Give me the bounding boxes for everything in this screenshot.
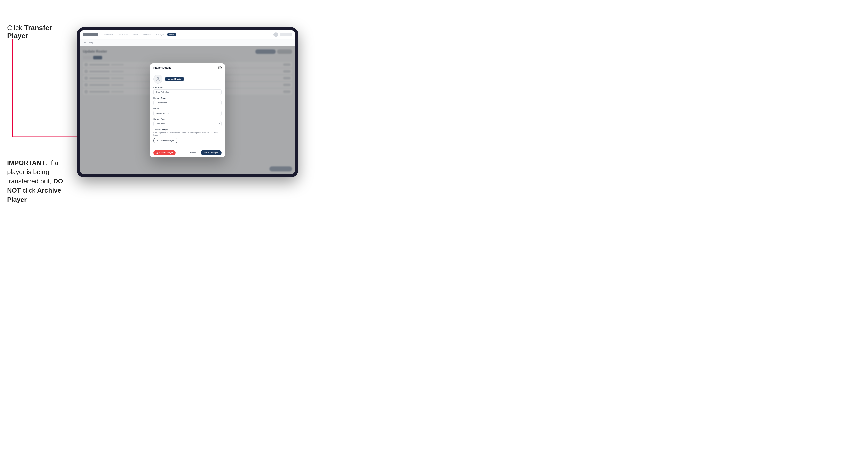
display-name-input[interactable] bbox=[153, 100, 222, 105]
main-content: Update Roster bbox=[80, 46, 295, 175]
email-input[interactable] bbox=[153, 111, 222, 116]
instruction-line1: Click Transfer Player bbox=[7, 24, 72, 40]
modal-body: Upload Photo Full Name Display Name bbox=[150, 72, 225, 148]
upload-photo-button[interactable]: Upload Photo bbox=[165, 77, 184, 82]
sub-header: Dashboard (11) bbox=[80, 39, 295, 46]
transfer-player-section: Transfer Player If this player has moved… bbox=[153, 128, 222, 144]
instruction-prefix: Click bbox=[7, 24, 24, 32]
nav-tournaments[interactable]: Tournaments bbox=[116, 33, 130, 36]
email-label: Email bbox=[153, 107, 222, 110]
save-changes-button[interactable]: Save Changes bbox=[201, 150, 222, 155]
full-name-label: Full Name bbox=[153, 86, 222, 89]
nav-teams[interactable]: Teams bbox=[131, 33, 140, 36]
school-year-group: School Year First Year Second Year Third… bbox=[153, 118, 222, 126]
school-year-select-wrapper: First Year Second Year Third Year Fourth… bbox=[153, 121, 222, 126]
tablet-frame: Dashboard Tournaments Teams Schedule Use… bbox=[77, 27, 298, 178]
avatar-placeholder bbox=[153, 75, 162, 84]
header-right bbox=[274, 32, 292, 37]
photo-section: Upload Photo bbox=[153, 75, 222, 84]
nav-roster[interactable]: Roster bbox=[167, 33, 177, 36]
app-header: Dashboard Tournaments Teams Schedule Use… bbox=[80, 30, 295, 39]
nav-schedule[interactable]: Schedule bbox=[141, 33, 152, 36]
svg-point-3 bbox=[157, 77, 159, 79]
upload-photo-label: Upload Photo bbox=[168, 78, 181, 80]
email-group: Email bbox=[153, 107, 222, 116]
display-name-label: Display Name bbox=[153, 97, 222, 99]
school-year-label: School Year bbox=[153, 118, 222, 120]
header-add-btn[interactable] bbox=[280, 33, 292, 36]
modal-header: Player Details × bbox=[150, 63, 225, 72]
header-avatar bbox=[274, 32, 278, 37]
archive-player-button[interactable]: ⬚ Archive Player bbox=[153, 150, 176, 155]
display-name-group: Display Name bbox=[153, 97, 222, 105]
modal-overlay: Player Details × bbox=[80, 46, 295, 175]
full-name-input[interactable] bbox=[153, 90, 222, 95]
content-area: Update Roster bbox=[80, 46, 295, 175]
close-icon: × bbox=[219, 66, 221, 69]
modal-close-button[interactable]: × bbox=[218, 66, 222, 69]
app-logo bbox=[83, 33, 98, 36]
school-year-select[interactable]: First Year Second Year Third Year Fourth… bbox=[153, 121, 222, 126]
modal-footer: ⬚ Archive Player Cancel Save Changes bbox=[150, 148, 225, 157]
player-details-modal: Player Details × bbox=[150, 63, 225, 158]
cancel-button[interactable]: Cancel bbox=[187, 150, 199, 155]
full-name-group: Full Name bbox=[153, 86, 222, 95]
instruction-area: Click Transfer Player bbox=[7, 24, 72, 40]
transfer-btn-label: Transfer Player bbox=[160, 139, 174, 142]
nav-user-mgmt[interactable]: User Mgmt bbox=[154, 33, 166, 36]
transfer-section-desc: If this player has moved to another scho… bbox=[153, 131, 222, 136]
transfer-player-button[interactable]: ⟳ Transfer Player bbox=[153, 138, 178, 143]
archive-btn-label: Archive Player bbox=[159, 152, 173, 154]
breadcrumb: Dashboard (11) bbox=[83, 42, 95, 43]
nav-pills: Dashboard Tournaments Teams Schedule Use… bbox=[102, 33, 176, 36]
bottom-instruction: IMPORTANT: If a player is being transfer… bbox=[7, 158, 75, 204]
modal-title: Player Details bbox=[153, 66, 172, 69]
important-label: IMPORTANT bbox=[7, 159, 45, 167]
transfer-section-label: Transfer Player bbox=[153, 128, 222, 131]
transfer-icon: ⟳ bbox=[157, 139, 158, 142]
bottom-text2: click bbox=[21, 187, 37, 194]
tablet-screen: Dashboard Tournaments Teams Schedule Use… bbox=[80, 30, 295, 175]
nav-dashboard[interactable]: Dashboard bbox=[102, 33, 115, 36]
archive-icon: ⬚ bbox=[156, 152, 158, 154]
